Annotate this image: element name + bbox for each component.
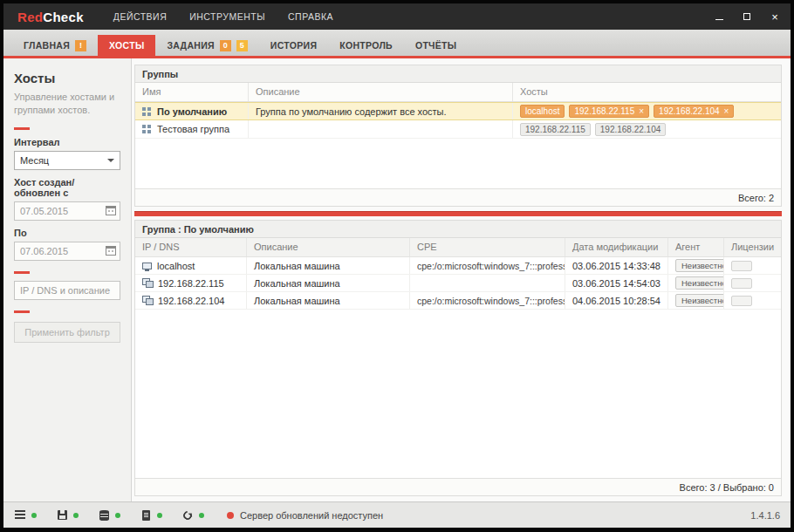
groups-panel-title: Группы [142, 69, 178, 79]
logo-check-part: Check [43, 10, 84, 24]
status-item [56, 510, 79, 521]
host-tag[interactable]: 192.168.22.115 × [569, 105, 649, 118]
interval-select[interactable]: Месяц [14, 151, 120, 170]
host-row-localhost[interactable]: localhost Локальная машина cpe:/o:micros… [135, 257, 781, 275]
host-modified: 04.06.2015 10:28:54 [565, 292, 668, 309]
host-description: Локальная машина [247, 292, 410, 309]
group-row-test[interactable]: Тестовая группа 192.168.22.115 192.168.2… [135, 120, 781, 139]
date-from-label: Хост создан/обновлен с [14, 177, 120, 198]
menu-tools[interactable]: ИНСТРУМЕНТЫ [189, 11, 265, 22]
sidebar-title: Хосты [14, 71, 120, 85]
tasks-menu-icon[interactable] [14, 510, 26, 521]
host-tag[interactable]: 192.168.22.104 × [654, 105, 734, 118]
status-item [14, 510, 37, 521]
network-host-icon [142, 296, 154, 305]
calendar-icon[interactable] [106, 246, 116, 256]
host-row-104[interactable]: 192.168.22.104 Локальная машина cpe:/o:m… [135, 292, 781, 310]
filter-input[interactable] [14, 281, 120, 300]
host-tag-label: 192.168.22.104 [600, 125, 661, 134]
calendar-icon[interactable] [106, 206, 116, 215]
host-description: Локальная машина [247, 275, 410, 291]
maximize-button[interactable] [740, 10, 754, 24]
host-tag-label: 192.168.22.115 [574, 106, 634, 116]
menu-bar: ДЕЙСТВИЯ ИНСТРУМЕНТЫ СПРАВКА [113, 11, 333, 22]
license-box [731, 261, 752, 271]
host-tag[interactable]: 192.168.22.104 [595, 123, 667, 136]
status-item [181, 510, 204, 521]
groups-empty-space [135, 139, 781, 188]
groups-footer: Всего: 2 [135, 188, 781, 206]
col-cpe[interactable]: CPE [410, 238, 565, 256]
col-description[interactable]: Описание [249, 83, 513, 101]
tasks-count-badge: 0 [220, 40, 231, 51]
tab-main-label: ГЛАВНАЯ [24, 40, 70, 51]
close-button[interactable]: × [768, 10, 782, 24]
tab-reports[interactable]: ОТЧЁТЫ [404, 35, 468, 56]
hosts-panel-title: Группа : По умолчанию [142, 224, 254, 235]
app-logo: RedCheck [17, 10, 84, 24]
host-name: 192.168.22.115 [158, 278, 224, 289]
host-cpe: cpe:/o:microsoft:windows_7:::professio [410, 292, 565, 309]
panel-separator [134, 211, 782, 216]
group-name: Тестовая группа [157, 124, 229, 134]
tab-tasks[interactable]: ЗАДАНИЯ 0 5 [155, 35, 258, 56]
groups-panel-header: Группы [135, 65, 781, 83]
tab-history-label: ИСТОРИЯ [270, 40, 317, 51]
chevron-down-icon [107, 159, 114, 166]
col-licenses[interactable]: Лицензии [724, 238, 781, 256]
tab-control-label: КОНТРОЛЬ [339, 40, 393, 51]
minimize-button[interactable] [712, 10, 726, 24]
host-row-115[interactable]: 192.168.22.115 Локальная машина 03.06.20… [135, 275, 781, 292]
host-tag-label: 192.168.22.104 [659, 106, 720, 116]
database-icon[interactable] [98, 510, 110, 521]
host-description: Локальная машина [247, 257, 410, 274]
hosts-empty-space [135, 310, 781, 478]
license-box [731, 296, 752, 306]
ok-status-dot [31, 513, 37, 518]
hosts-panel: Группа : По умолчанию IP / DNS Описание … [134, 220, 782, 496]
alert-badge: ! [75, 40, 86, 51]
window-controls: × [712, 10, 782, 24]
divider [14, 127, 30, 130]
remove-host-icon[interactable]: × [724, 107, 729, 116]
agent-status-badge: Неизвестно [675, 276, 724, 290]
title-bar: RedCheck ДЕЙСТВИЯ ИНСТРУМЕНТЫ СПРАВКА × [3, 3, 791, 30]
tab-history[interactable]: ИСТОРИЯ [259, 35, 328, 56]
report-icon[interactable] [140, 510, 152, 521]
col-hosts[interactable]: Хосты [513, 83, 781, 101]
status-item [98, 510, 120, 521]
date-to-input[interactable] [14, 242, 120, 261]
refresh-icon[interactable] [181, 510, 194, 521]
logo-red-part: Red [17, 10, 43, 24]
hosts-footer: Всего: 3 / Выбрано: 0 [135, 478, 781, 495]
agent-status-badge: Неизвестно [675, 294, 724, 307]
status-message: Сервер обновлений недоступен [240, 510, 383, 521]
host-name: localhost [157, 261, 195, 271]
remove-host-icon[interactable]: × [639, 107, 644, 116]
group-name: По умолчанию [157, 106, 227, 117]
date-from-input[interactable] [14, 201, 120, 221]
save-icon[interactable] [56, 510, 68, 521]
group-row-default[interactable]: По умолчанию Группа по умолчанию содержи… [135, 102, 781, 120]
col-agent[interactable]: Агент [668, 238, 724, 256]
col-name[interactable]: Имя [135, 83, 249, 101]
network-host-icon [142, 278, 154, 288]
tasks-pending-badge: 5 [236, 40, 248, 51]
date-to-label: По [14, 228, 120, 238]
col-description[interactable]: Описание [247, 238, 410, 256]
host-tag[interactable]: localhost [520, 105, 565, 118]
tab-main[interactable]: ГЛАВНАЯ ! [12, 35, 98, 56]
col-ip-dns[interactable]: IP / DNS [135, 238, 247, 256]
computer-icon [142, 263, 152, 269]
tab-hosts[interactable]: ХОСТЫ [98, 35, 155, 56]
col-modified[interactable]: Дата модификации [565, 238, 668, 256]
group-icon [142, 125, 151, 133]
host-cpe: cpe:/o:microsoft:windows_7:::professio [410, 257, 565, 274]
menu-actions[interactable]: ДЕЙСТВИЯ [113, 11, 167, 22]
host-tag[interactable]: 192.168.22.115 [520, 123, 591, 136]
tab-hosts-label: ХОСТЫ [109, 40, 144, 51]
menu-help[interactable]: СПРАВКА [288, 11, 333, 22]
tab-control[interactable]: КОНТРОЛЬ [328, 35, 404, 56]
apply-filter-button[interactable]: Применить фильтр [14, 322, 120, 343]
agent-status-badge: Неизвестно [675, 259, 724, 272]
